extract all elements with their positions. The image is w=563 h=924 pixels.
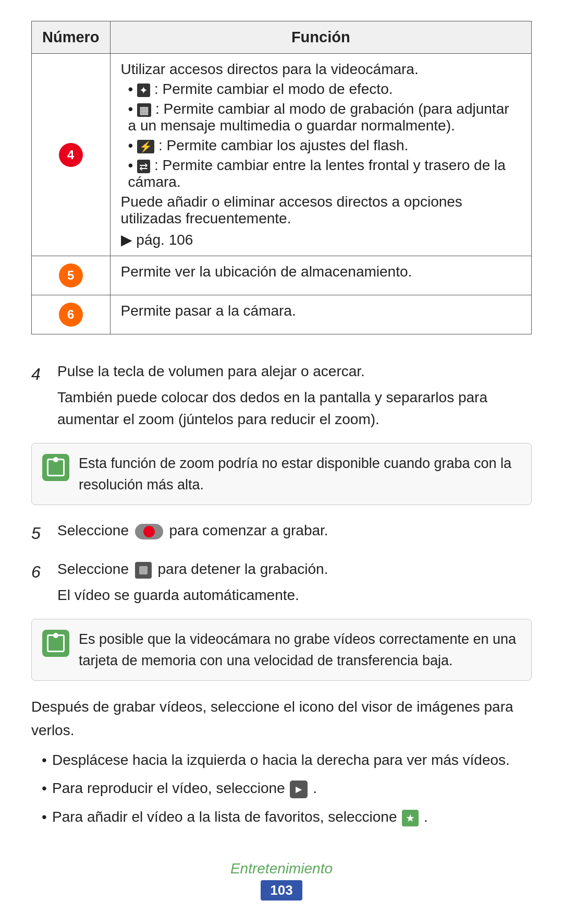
row-number-5: 5 [32, 256, 111, 295]
star-icon [402, 810, 419, 826]
flash-icon: ⚡ [137, 140, 154, 153]
note-icon-2 [42, 630, 69, 657]
step-content-5: Seleccione para comenzar a grabar. [57, 520, 328, 542]
reference-table: Número Función 4 Utilizar accesos direct… [31, 21, 532, 334]
effect-icon: ✦ [137, 83, 150, 97]
footer: Entretenimiento 103 [31, 860, 532, 901]
table-row: 4 Utilizar accesos directos para la vide… [32, 54, 532, 256]
row-function-4: Utilizar accesos directos para la videoc… [110, 54, 531, 256]
step-content-4: Pulse la tecla de volumen para alejar o … [57, 361, 532, 430]
footer-label: Entretenimiento [31, 860, 532, 877]
table-row: 5 Permite ver la ubicación de almacenami… [32, 256, 532, 295]
footer-page-number: 103 [261, 880, 302, 901]
step-4: 4 Pulse la tecla de volumen para alejar … [31, 361, 532, 430]
row-function-5: Permite ver la ubicación de almacenamien… [110, 256, 531, 295]
note-memory: Es posible que la videocámara no grabe v… [31, 619, 532, 681]
step-number-5: 5 [31, 520, 57, 546]
step-5: 5 Seleccione para comenzar a grabar. [31, 520, 532, 546]
stop-button-icon [135, 562, 152, 579]
table-header-number: Número [32, 21, 111, 54]
step-4-subtext: También puede colocar dos dedos en la pa… [57, 387, 532, 430]
bullet-item-1: Desplácese hacia la izquierda o hacia la… [42, 749, 532, 772]
after-recording-paragraph: Después de grabar vídeos, seleccione el … [31, 695, 532, 829]
row-number-6: 6 [32, 295, 111, 334]
step-number-4: 4 [31, 361, 57, 387]
badge-4: 4 [59, 143, 83, 167]
camera-switch-icon: ⇄ [137, 160, 150, 173]
bullet-item-3: Para añadir el vídeo a la lista de favor… [42, 806, 532, 829]
bullet-item-2: Para reproducir el vídeo, seleccione . [42, 777, 532, 800]
bullet-list: Desplácese hacia la izquierda o hacia la… [42, 749, 532, 829]
page-ref-4: ▶ pág. 106 [121, 231, 521, 248]
recording-mode-icon: ▦ [137, 103, 151, 117]
row-number-4: 4 [32, 54, 111, 256]
row-function-6: Permite pasar a la cámara. [110, 295, 531, 334]
table-row: 6 Permite pasar a la cámara. [32, 295, 532, 334]
play-icon [290, 781, 308, 798]
table-header-function: Función [110, 21, 531, 54]
step-number-6: 6 [31, 558, 57, 584]
note-text-1: Esta función de zoom podría no estar dis… [79, 453, 521, 495]
note-zoom: Esta función de zoom podría no estar dis… [31, 443, 532, 505]
note-text-2: Es posible que la videocámara no grabe v… [79, 629, 521, 671]
record-button-icon [135, 524, 163, 539]
note-icon-1 [42, 454, 69, 481]
badge-6: 6 [59, 303, 83, 327]
step-6: 6 Seleccione para detener la grabación. … [31, 558, 532, 606]
step-6-subtext: El vídeo se guarda automáticamente. [57, 584, 328, 606]
badge-5: 5 [59, 263, 83, 287]
step-content-6: Seleccione para detener la grabación. El… [57, 558, 328, 606]
